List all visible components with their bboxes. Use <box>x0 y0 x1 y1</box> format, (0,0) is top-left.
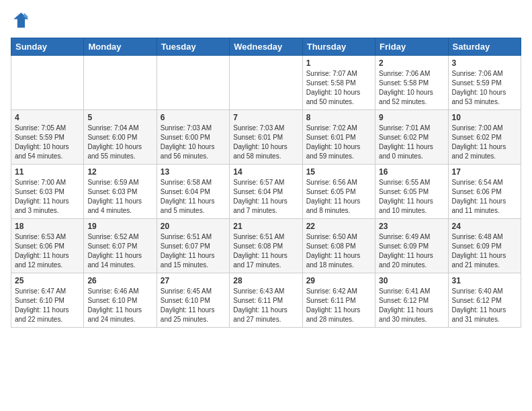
logo-icon <box>11 11 30 30</box>
calendar-cell: 7Sunrise: 7:03 AM Sunset: 6:01 PM Daylig… <box>230 110 302 165</box>
calendar-day-header: Friday <box>375 38 448 56</box>
calendar-cell: 23Sunrise: 6:49 AM Sunset: 6:09 PM Dayli… <box>375 219 448 273</box>
calendar-day-header: Saturday <box>448 38 521 56</box>
day-number: 30 <box>379 276 444 285</box>
day-number: 21 <box>233 222 298 231</box>
day-info: Sunrise: 7:01 AM Sunset: 6:02 PM Dayligh… <box>379 124 444 161</box>
calendar-cell: 8Sunrise: 7:02 AM Sunset: 6:01 PM Daylig… <box>302 110 375 165</box>
calendar-week-row: 4Sunrise: 7:05 AM Sunset: 5:59 PM Daylig… <box>11 110 521 165</box>
calendar-cell: 11Sunrise: 7:00 AM Sunset: 6:03 PM Dayli… <box>11 165 84 219</box>
calendar-cell: 27Sunrise: 6:45 AM Sunset: 6:10 PM Dayli… <box>157 273 229 328</box>
day-number: 4 <box>15 113 80 122</box>
calendar-day-header: Monday <box>84 38 157 56</box>
calendar-cell: 29Sunrise: 6:42 AM Sunset: 6:11 PM Dayli… <box>302 273 375 328</box>
day-info: Sunrise: 7:07 AM Sunset: 5:58 PM Dayligh… <box>306 69 371 107</box>
day-info: Sunrise: 7:00 AM Sunset: 6:02 PM Dayligh… <box>452 124 517 161</box>
day-number: 6 <box>161 113 226 122</box>
calendar-cell: 3Sunrise: 7:06 AM Sunset: 5:59 PM Daylig… <box>448 56 521 110</box>
day-number: 19 <box>87 222 152 231</box>
day-number: 27 <box>161 276 226 285</box>
calendar-cell: 20Sunrise: 6:51 AM Sunset: 6:07 PM Dayli… <box>157 219 229 273</box>
calendar-week-row: 18Sunrise: 6:53 AM Sunset: 6:06 PM Dayli… <box>11 219 521 273</box>
day-number: 12 <box>87 167 152 177</box>
calendar-cell: 10Sunrise: 7:00 AM Sunset: 6:02 PM Dayli… <box>448 110 521 165</box>
day-number: 7 <box>233 113 298 122</box>
day-info: Sunrise: 7:04 AM Sunset: 6:00 PM Dayligh… <box>87 124 152 161</box>
day-info: Sunrise: 6:57 AM Sunset: 6:04 PM Dayligh… <box>233 178 298 216</box>
calendar-cell: 13Sunrise: 6:58 AM Sunset: 6:04 PM Dayli… <box>157 165 229 219</box>
day-number: 11 <box>15 167 80 177</box>
calendar-cell: 21Sunrise: 6:51 AM Sunset: 6:08 PM Dayli… <box>230 219 302 273</box>
day-number: 14 <box>233 167 298 177</box>
day-info: Sunrise: 6:58 AM Sunset: 6:04 PM Dayligh… <box>161 178 226 216</box>
day-info: Sunrise: 6:49 AM Sunset: 6:09 PM Dayligh… <box>379 232 444 270</box>
day-info: Sunrise: 6:40 AM Sunset: 6:12 PM Dayligh… <box>452 287 517 324</box>
calendar-cell: 31Sunrise: 6:40 AM Sunset: 6:12 PM Dayli… <box>448 273 521 328</box>
calendar-day-header: Thursday <box>302 38 375 56</box>
day-info: Sunrise: 6:45 AM Sunset: 6:10 PM Dayligh… <box>161 287 226 324</box>
day-info: Sunrise: 7:00 AM Sunset: 6:03 PM Dayligh… <box>15 178 80 216</box>
day-info: Sunrise: 6:47 AM Sunset: 6:10 PM Dayligh… <box>15 287 80 324</box>
calendar-cell: 24Sunrise: 6:48 AM Sunset: 6:09 PM Dayli… <box>448 219 521 273</box>
calendar-cell: 16Sunrise: 6:55 AM Sunset: 6:05 PM Dayli… <box>375 165 448 219</box>
day-number: 23 <box>379 222 444 231</box>
day-number: 5 <box>87 113 152 122</box>
day-number: 8 <box>306 113 371 122</box>
calendar-cell <box>11 56 84 110</box>
day-number: 18 <box>15 222 80 231</box>
day-number: 17 <box>452 167 517 177</box>
day-number: 31 <box>452 276 517 285</box>
day-number: 15 <box>306 167 371 177</box>
calendar-cell: 30Sunrise: 6:41 AM Sunset: 6:12 PM Dayli… <box>375 273 448 328</box>
calendar-cell: 5Sunrise: 7:04 AM Sunset: 6:00 PM Daylig… <box>84 110 157 165</box>
calendar-cell: 18Sunrise: 6:53 AM Sunset: 6:06 PM Dayli… <box>11 219 84 273</box>
day-info: Sunrise: 6:52 AM Sunset: 6:07 PM Dayligh… <box>87 232 152 270</box>
calendar-cell: 2Sunrise: 7:06 AM Sunset: 5:58 PM Daylig… <box>375 56 448 110</box>
svg-marker-1 <box>24 13 29 17</box>
calendar-header-row: SundayMondayTuesdayWednesdayThursdayFrid… <box>11 38 521 56</box>
day-info: Sunrise: 6:48 AM Sunset: 6:09 PM Dayligh… <box>452 232 517 270</box>
calendar-cell: 15Sunrise: 6:56 AM Sunset: 6:05 PM Dayli… <box>302 165 375 219</box>
calendar-day-header: Sunday <box>11 38 84 56</box>
day-number: 25 <box>15 276 80 285</box>
day-number: 28 <box>233 276 298 285</box>
day-info: Sunrise: 6:43 AM Sunset: 6:11 PM Dayligh… <box>233 287 298 324</box>
day-number: 3 <box>452 58 517 68</box>
calendar-cell: 4Sunrise: 7:05 AM Sunset: 5:59 PM Daylig… <box>11 110 84 165</box>
day-number: 13 <box>161 167 226 177</box>
svg-marker-0 <box>13 13 28 28</box>
calendar-cell: 26Sunrise: 6:46 AM Sunset: 6:10 PM Dayli… <box>84 273 157 328</box>
calendar-cell: 6Sunrise: 7:03 AM Sunset: 6:00 PM Daylig… <box>157 110 229 165</box>
calendar-cell: 22Sunrise: 6:50 AM Sunset: 6:08 PM Dayli… <box>302 219 375 273</box>
day-info: Sunrise: 7:06 AM Sunset: 5:59 PM Dayligh… <box>452 69 517 107</box>
day-number: 16 <box>379 167 444 177</box>
calendar-day-header: Tuesday <box>157 38 229 56</box>
day-info: Sunrise: 6:46 AM Sunset: 6:10 PM Dayligh… <box>87 287 152 324</box>
day-info: Sunrise: 6:56 AM Sunset: 6:05 PM Dayligh… <box>306 178 371 216</box>
day-number: 22 <box>306 222 371 231</box>
calendar-cell <box>157 56 229 110</box>
day-info: Sunrise: 7:03 AM Sunset: 6:01 PM Dayligh… <box>233 124 298 161</box>
page-header <box>11 11 521 30</box>
calendar-cell: 12Sunrise: 6:59 AM Sunset: 6:03 PM Dayli… <box>84 165 157 219</box>
calendar-cell: 14Sunrise: 6:57 AM Sunset: 6:04 PM Dayli… <box>230 165 302 219</box>
day-info: Sunrise: 6:50 AM Sunset: 6:08 PM Dayligh… <box>306 232 371 270</box>
day-info: Sunrise: 6:54 AM Sunset: 6:06 PM Dayligh… <box>452 178 517 216</box>
calendar-cell <box>230 56 302 110</box>
calendar-cell: 17Sunrise: 6:54 AM Sunset: 6:06 PM Dayli… <box>448 165 521 219</box>
calendar-week-row: 1Sunrise: 7:07 AM Sunset: 5:58 PM Daylig… <box>11 56 521 110</box>
day-number: 10 <box>452 113 517 122</box>
calendar-cell: 1Sunrise: 7:07 AM Sunset: 5:58 PM Daylig… <box>302 56 375 110</box>
logo <box>11 11 32 30</box>
day-number: 29 <box>306 276 371 285</box>
calendar-day-header: Wednesday <box>230 38 302 56</box>
day-number: 2 <box>379 58 444 68</box>
calendar-cell: 9Sunrise: 7:01 AM Sunset: 6:02 PM Daylig… <box>375 110 448 165</box>
calendar-cell: 19Sunrise: 6:52 AM Sunset: 6:07 PM Dayli… <box>84 219 157 273</box>
calendar-week-row: 11Sunrise: 7:00 AM Sunset: 6:03 PM Dayli… <box>11 165 521 219</box>
day-info: Sunrise: 7:06 AM Sunset: 5:58 PM Dayligh… <box>379 69 444 107</box>
day-info: Sunrise: 7:02 AM Sunset: 6:01 PM Dayligh… <box>306 124 371 161</box>
day-number: 26 <box>87 276 152 285</box>
day-info: Sunrise: 6:42 AM Sunset: 6:11 PM Dayligh… <box>306 287 371 324</box>
calendar-week-row: 25Sunrise: 6:47 AM Sunset: 6:10 PM Dayli… <box>11 273 521 328</box>
